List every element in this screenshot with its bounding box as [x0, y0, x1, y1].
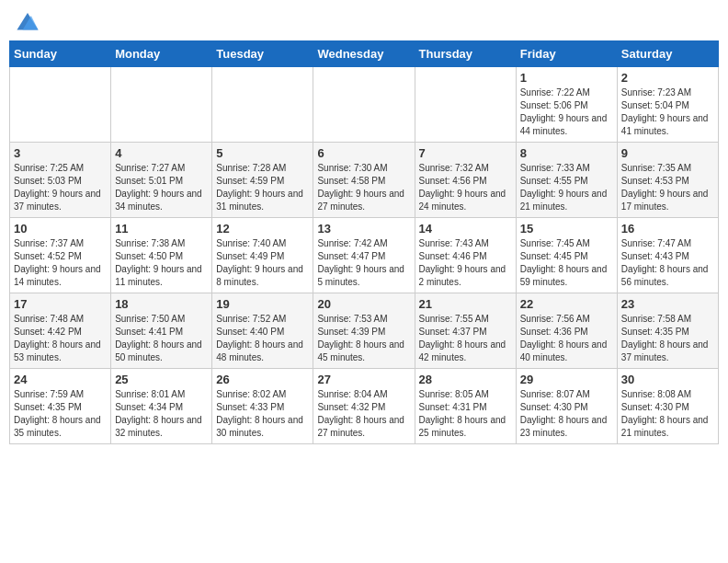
calendar-cell: 19Sunrise: 7:52 AM Sunset: 4:40 PM Dayli…	[212, 293, 313, 369]
calendar-cell: 9Sunrise: 7:35 AM Sunset: 4:53 PM Daylig…	[617, 143, 718, 218]
day-number: 8	[520, 146, 613, 160]
logo	[17, 13, 40, 31]
calendar-cell: 5Sunrise: 7:28 AM Sunset: 4:59 PM Daylig…	[212, 143, 313, 218]
day-info: Sunrise: 7:33 AM Sunset: 4:55 PM Dayligh…	[520, 162, 613, 213]
calendar-cell	[415, 67, 516, 143]
day-number: 29	[520, 373, 613, 386]
day-info: Sunrise: 7:58 AM Sunset: 4:35 PM Dayligh…	[621, 313, 714, 364]
calendar-cell: 30Sunrise: 8:08 AM Sunset: 4:30 PM Dayli…	[617, 369, 718, 444]
calendar-cell: 17Sunrise: 7:48 AM Sunset: 4:42 PM Dayli…	[10, 293, 111, 369]
page-header	[9, 9, 719, 35]
day-number: 26	[216, 373, 309, 386]
calendar-header-saturday: Saturday	[617, 41, 718, 67]
calendar-header-tuesday: Tuesday	[212, 41, 313, 67]
calendar-cell: 26Sunrise: 8:02 AM Sunset: 4:33 PM Dayli…	[212, 369, 313, 444]
calendar-cell: 22Sunrise: 7:56 AM Sunset: 4:36 PM Dayli…	[516, 293, 617, 369]
calendar-cell: 6Sunrise: 7:30 AM Sunset: 4:58 PM Daylig…	[313, 143, 415, 218]
day-info: Sunrise: 7:43 AM Sunset: 4:46 PM Dayligh…	[419, 237, 512, 289]
day-info: Sunrise: 7:50 AM Sunset: 4:41 PM Dayligh…	[115, 313, 208, 364]
calendar-cell: 23Sunrise: 7:58 AM Sunset: 4:35 PM Dayli…	[617, 293, 718, 369]
logo-icon	[17, 13, 39, 31]
calendar-header-thursday: Thursday	[415, 41, 516, 67]
day-number: 2	[621, 71, 714, 85]
day-number: 19	[216, 297, 309, 311]
day-info: Sunrise: 7:52 AM Sunset: 4:40 PM Dayligh…	[216, 313, 309, 364]
day-number: 23	[621, 297, 714, 311]
calendar-cell: 11Sunrise: 7:38 AM Sunset: 4:50 PM Dayli…	[111, 218, 212, 293]
day-info: Sunrise: 7:32 AM Sunset: 4:56 PM Dayligh…	[419, 162, 512, 213]
calendar-cell: 3Sunrise: 7:25 AM Sunset: 5:03 PM Daylig…	[10, 143, 111, 218]
day-info: Sunrise: 7:59 AM Sunset: 4:35 PM Dayligh…	[14, 388, 107, 440]
calendar-cell: 27Sunrise: 8:04 AM Sunset: 4:32 PM Dayli…	[313, 369, 415, 444]
day-info: Sunrise: 7:56 AM Sunset: 4:36 PM Dayligh…	[520, 313, 613, 364]
day-info: Sunrise: 7:22 AM Sunset: 5:06 PM Dayligh…	[520, 86, 613, 138]
day-number: 3	[14, 146, 107, 160]
day-info: Sunrise: 7:25 AM Sunset: 5:03 PM Dayligh…	[14, 162, 107, 213]
calendar-header-monday: Monday	[111, 41, 212, 67]
day-number: 9	[621, 146, 714, 160]
calendar-cell: 12Sunrise: 7:40 AM Sunset: 4:49 PM Dayli…	[212, 218, 313, 293]
calendar-cell: 18Sunrise: 7:50 AM Sunset: 4:41 PM Dayli…	[111, 293, 212, 369]
day-info: Sunrise: 8:08 AM Sunset: 4:30 PM Dayligh…	[621, 388, 714, 440]
calendar-cell: 2Sunrise: 7:23 AM Sunset: 5:04 PM Daylig…	[617, 67, 718, 143]
day-number: 6	[317, 146, 410, 160]
day-info: Sunrise: 8:01 AM Sunset: 4:34 PM Dayligh…	[115, 388, 208, 440]
day-number: 11	[115, 222, 208, 236]
calendar-table: SundayMondayTuesdayWednesdayThursdayFrid…	[9, 40, 719, 444]
calendar-header-wednesday: Wednesday	[313, 41, 415, 67]
calendar-header-friday: Friday	[516, 41, 617, 67]
calendar-cell: 20Sunrise: 7:53 AM Sunset: 4:39 PM Dayli…	[313, 293, 415, 369]
calendar-cell	[111, 67, 212, 143]
day-info: Sunrise: 7:47 AM Sunset: 4:43 PM Dayligh…	[621, 237, 714, 289]
day-number: 10	[14, 222, 107, 236]
day-number: 20	[317, 297, 410, 311]
calendar-cell	[10, 67, 111, 143]
calendar-cell	[212, 67, 313, 143]
day-number: 18	[115, 297, 208, 311]
day-info: Sunrise: 7:40 AM Sunset: 4:49 PM Dayligh…	[216, 237, 309, 289]
day-info: Sunrise: 7:37 AM Sunset: 4:52 PM Dayligh…	[14, 237, 107, 289]
day-number: 12	[216, 222, 309, 236]
calendar-body: 1Sunrise: 7:22 AM Sunset: 5:06 PM Daylig…	[10, 67, 719, 444]
calendar-header-row: SundayMondayTuesdayWednesdayThursdayFrid…	[10, 41, 719, 67]
day-info: Sunrise: 8:02 AM Sunset: 4:33 PM Dayligh…	[216, 388, 309, 440]
day-number: 16	[621, 222, 714, 236]
day-info: Sunrise: 7:38 AM Sunset: 4:50 PM Dayligh…	[115, 237, 208, 289]
day-info: Sunrise: 7:27 AM Sunset: 5:01 PM Dayligh…	[115, 162, 208, 213]
calendar-cell: 13Sunrise: 7:42 AM Sunset: 4:47 PM Dayli…	[313, 218, 415, 293]
day-number: 24	[14, 373, 107, 386]
day-number: 21	[419, 297, 512, 311]
day-number: 1	[520, 71, 613, 85]
day-number: 5	[216, 146, 309, 160]
day-info: Sunrise: 7:42 AM Sunset: 4:47 PM Dayligh…	[317, 237, 410, 289]
day-number: 28	[419, 373, 512, 386]
day-info: Sunrise: 7:55 AM Sunset: 4:37 PM Dayligh…	[419, 313, 512, 364]
calendar-cell: 16Sunrise: 7:47 AM Sunset: 4:43 PM Dayli…	[617, 218, 718, 293]
calendar-week-3: 10Sunrise: 7:37 AM Sunset: 4:52 PM Dayli…	[10, 218, 719, 293]
calendar-header-sunday: Sunday	[10, 41, 111, 67]
day-info: Sunrise: 7:53 AM Sunset: 4:39 PM Dayligh…	[317, 313, 410, 364]
calendar-cell: 29Sunrise: 8:07 AM Sunset: 4:30 PM Dayli…	[516, 369, 617, 444]
day-info: Sunrise: 8:05 AM Sunset: 4:31 PM Dayligh…	[419, 388, 512, 440]
day-number: 27	[317, 373, 410, 386]
calendar-cell: 21Sunrise: 7:55 AM Sunset: 4:37 PM Dayli…	[415, 293, 516, 369]
calendar-cell: 10Sunrise: 7:37 AM Sunset: 4:52 PM Dayli…	[10, 218, 111, 293]
calendar-cell: 8Sunrise: 7:33 AM Sunset: 4:55 PM Daylig…	[516, 143, 617, 218]
day-info: Sunrise: 7:23 AM Sunset: 5:04 PM Dayligh…	[621, 86, 714, 138]
calendar-cell	[313, 67, 415, 143]
calendar-week-5: 24Sunrise: 7:59 AM Sunset: 4:35 PM Dayli…	[10, 369, 719, 444]
calendar-cell: 7Sunrise: 7:32 AM Sunset: 4:56 PM Daylig…	[415, 143, 516, 218]
calendar-cell: 25Sunrise: 8:01 AM Sunset: 4:34 PM Dayli…	[111, 369, 212, 444]
day-info: Sunrise: 7:30 AM Sunset: 4:58 PM Dayligh…	[317, 162, 410, 213]
calendar-cell: 14Sunrise: 7:43 AM Sunset: 4:46 PM Dayli…	[415, 218, 516, 293]
day-number: 15	[520, 222, 613, 236]
calendar-cell: 1Sunrise: 7:22 AM Sunset: 5:06 PM Daylig…	[516, 67, 617, 143]
day-number: 17	[14, 297, 107, 311]
day-number: 13	[317, 222, 410, 236]
day-number: 4	[115, 146, 208, 160]
day-info: Sunrise: 7:45 AM Sunset: 4:45 PM Dayligh…	[520, 237, 613, 289]
day-info: Sunrise: 8:04 AM Sunset: 4:32 PM Dayligh…	[317, 388, 410, 440]
calendar-week-2: 3Sunrise: 7:25 AM Sunset: 5:03 PM Daylig…	[10, 143, 719, 218]
calendar-cell: 15Sunrise: 7:45 AM Sunset: 4:45 PM Dayli…	[516, 218, 617, 293]
day-info: Sunrise: 7:28 AM Sunset: 4:59 PM Dayligh…	[216, 162, 309, 213]
